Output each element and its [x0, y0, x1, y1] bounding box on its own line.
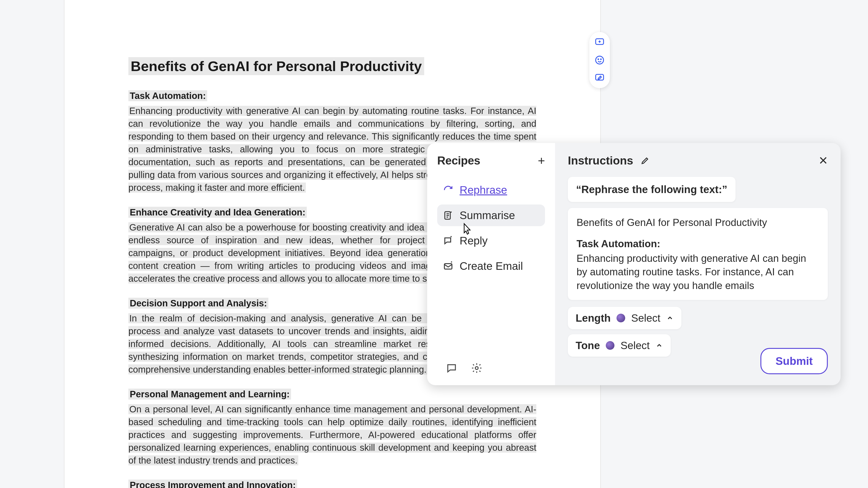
reply-icon — [443, 235, 454, 246]
recipes-footer — [437, 362, 545, 376]
tone-selector[interactable]: Tone Select — [568, 334, 671, 357]
create-email-icon — [443, 261, 454, 272]
tone-value: Select — [620, 339, 650, 352]
length-label: Length — [576, 312, 611, 324]
recipe-create-email[interactable]: Create Email — [437, 255, 545, 277]
length-value: Select — [631, 312, 660, 324]
section-process: Process Improvement and Innovation: — [128, 478, 536, 488]
ai-dot-icon — [606, 341, 615, 350]
chevron-up-icon — [666, 314, 674, 322]
settings-icon[interactable] — [471, 362, 483, 374]
svg-point-3 — [600, 59, 601, 60]
ai-dot-icon — [617, 314, 625, 323]
chevron-up-icon — [656, 342, 663, 349]
recipe-label: Summarise — [460, 209, 515, 222]
recipe-rephrase[interactable]: Rephrase — [437, 179, 545, 201]
context-subheading: Task Automation: — [577, 237, 819, 250]
add-comment-icon[interactable] — [594, 37, 605, 48]
instructions-header: Instructions — [568, 154, 828, 167]
svg-rect-6 — [444, 264, 452, 269]
section-body: On a personal level, AI can significantl… — [128, 403, 536, 467]
instructions-column: Instructions “Rephrase the following tex… — [555, 143, 841, 385]
recipes-title: Recipes — [437, 154, 480, 167]
recipe-label: Create Email — [460, 260, 523, 272]
tone-label: Tone — [576, 339, 600, 352]
recipe-label: Rephrase — [460, 184, 507, 196]
suggest-edit-icon[interactable] — [594, 73, 605, 83]
chat-icon[interactable] — [446, 362, 457, 374]
section-personal: Personal Management and Learning: On a p… — [128, 387, 536, 467]
svg-point-7 — [475, 367, 478, 370]
context-title: Benefits of GenAI for Personal Productiv… — [577, 216, 819, 229]
assistant-popup: Recipes + Rephrase Summarise — [427, 143, 841, 385]
recipes-column: Recipes + Rephrase Summarise — [427, 143, 555, 385]
section-heading: Personal Management and Learning: — [128, 389, 291, 400]
section-heading: Enhance Creativity and Idea Generation: — [128, 207, 307, 218]
context-preview: Benefits of GenAI for Personal Productiv… — [568, 208, 828, 300]
section-heading: Decision Support and Analysis: — [128, 298, 269, 309]
section-heading: Task Automation: — [128, 90, 207, 101]
section-heading: Process Improvement and Innovation: — [128, 480, 297, 488]
document-title: Benefits of GenAI for Personal Productiv… — [128, 57, 424, 75]
rephrase-icon — [443, 185, 454, 195]
add-recipe-button[interactable]: + — [538, 154, 545, 167]
instructions-title: Instructions — [568, 154, 633, 167]
recipe-reply[interactable]: Reply — [437, 230, 545, 251]
edit-icon[interactable] — [641, 156, 650, 165]
svg-point-1 — [596, 56, 604, 64]
quick-actions-pill — [589, 32, 610, 88]
prompt-chip: “Rephrase the following text:” — [568, 177, 736, 202]
submit-button[interactable]: Submit — [761, 348, 828, 374]
recipe-label: Reply — [460, 235, 488, 247]
emoji-icon[interactable] — [594, 55, 605, 65]
length-selector[interactable]: Length Select — [568, 307, 681, 329]
recipes-header: Recipes + — [437, 154, 545, 167]
svg-point-2 — [598, 59, 599, 60]
recipe-summarise[interactable]: Summarise — [437, 205, 545, 226]
summarise-icon — [443, 210, 454, 221]
close-button[interactable] — [818, 155, 829, 166]
context-excerpt: Enhancing productivity with generative A… — [577, 251, 819, 292]
